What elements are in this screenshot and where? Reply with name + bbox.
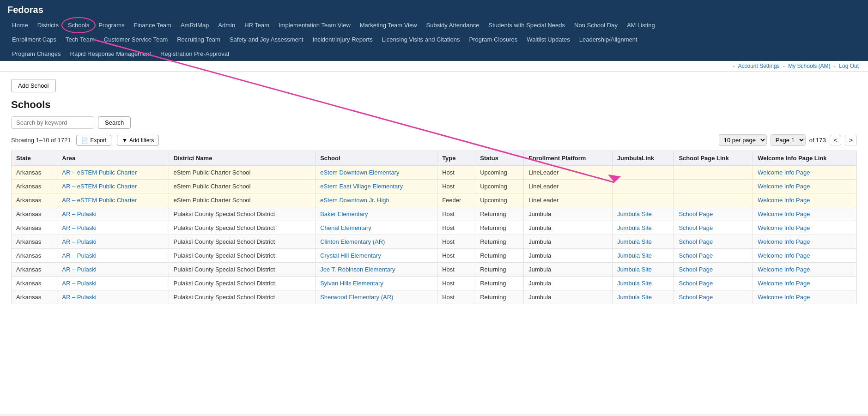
nav-safety-joy[interactable]: Safety and Joy Assessment [225, 33, 308, 46]
area-link[interactable]: AR – Pulaski [62, 224, 96, 231]
nav-subsidy-attendance[interactable]: Subsidy Attendance [422, 19, 484, 31]
export-button[interactable]: 📄 Export [76, 135, 111, 146]
nav-customer-service-team[interactable]: Customer Service Team [99, 33, 172, 46]
cell-state: Arkansas [12, 249, 57, 263]
welcome-info-page-link[interactable]: Welcome Info Page [758, 211, 810, 217]
jumbula-site-link[interactable]: Jumbula Site [617, 211, 652, 217]
search-button[interactable]: Search [98, 116, 131, 129]
welcome-info-page-link[interactable]: Welcome Info Page [758, 183, 810, 190]
add-school-button[interactable]: Add School [11, 79, 56, 92]
my-schools-am-link[interactable]: My Schools (AM) [788, 63, 830, 69]
nav-leadership-alignment[interactable]: Leadership/Alignment [575, 33, 642, 46]
cell-area: AR – eSTEM Public Charter [57, 180, 169, 193]
school-page-link[interactable]: School Page [679, 211, 713, 217]
per-page-select[interactable]: 10 per page 25 per page 50 per page [719, 134, 767, 146]
nav-students-special-needs[interactable]: Students with Special Needs [484, 19, 570, 31]
nav-districts[interactable]: Districts [33, 19, 63, 31]
nav-recruiting-team[interactable]: Recruiting Team [172, 33, 225, 46]
nav-marketing-team-view[interactable]: Marketing Team View [355, 19, 422, 31]
account-settings-link[interactable]: Account Settings [738, 63, 780, 69]
prev-page-button[interactable]: < [830, 135, 842, 145]
nav-home[interactable]: Home [7, 19, 33, 31]
school-page-link[interactable]: School Page [679, 224, 713, 231]
area-link[interactable]: AR – eSTEM Public Charter [62, 183, 137, 190]
cell-status: Upcoming [475, 193, 524, 207]
cell-type: Feeder [437, 193, 475, 207]
search-input[interactable] [11, 116, 94, 129]
school-link[interactable]: eStem Downtown Elementary [320, 169, 399, 176]
col-school-page-link: School Page Link [674, 151, 753, 166]
jumbula-site-link[interactable]: Jumbula Site [617, 224, 652, 231]
nav-program-closures[interactable]: Program Closures [465, 33, 522, 46]
cell-area: AR – Pulaski [57, 290, 169, 304]
area-link[interactable]: AR – Pulaski [62, 280, 96, 287]
school-link[interactable]: eStem East Village Elementary [320, 183, 403, 190]
school-link[interactable]: Clinton Elementary (AR) [320, 238, 385, 245]
jumbula-site-link[interactable]: Jumbula Site [617, 238, 652, 245]
welcome-info-page-link[interactable]: Welcome Info Page [758, 280, 810, 287]
cell-school: eStem Downtown Jr. High [316, 193, 437, 207]
school-link[interactable]: Sylvan Hills Elementary [320, 280, 383, 287]
nav-amrdmap[interactable]: AmRdMap [176, 19, 213, 31]
cell-type: Host [437, 290, 475, 304]
nav-registration-preapproval[interactable]: Registration Pre-Approval [156, 48, 234, 60]
jumbula-site-link[interactable]: Jumbula Site [617, 252, 652, 259]
nav-finance-team[interactable]: Finance Team [129, 19, 176, 31]
cell-type: Host [437, 235, 475, 249]
welcome-info-page-link[interactable]: Welcome Info Page [758, 224, 810, 231]
area-link[interactable]: AR – eSTEM Public Charter [62, 169, 137, 176]
area-link[interactable]: AR – Pulaski [62, 294, 96, 301]
toolbar-left: Showing 1–10 of 1721 📄 Export ▼ Add filt… [11, 135, 159, 146]
nav-tech-team[interactable]: Tech Team [61, 33, 99, 46]
page-select[interactable]: Page 1 Page 2 [771, 134, 806, 146]
jumbula-site-link[interactable]: Jumbula Site [617, 280, 652, 287]
nav-schools[interactable]: Schools [63, 19, 94, 31]
welcome-info-page-link[interactable]: Welcome Info Page [758, 197, 810, 204]
nav-incident-injury[interactable]: Incident/Injury Reports [308, 33, 377, 46]
welcome-info-page-link[interactable]: Welcome Info Page [758, 252, 810, 259]
nav-licensing-visits[interactable]: Licensing Visits and Citations [377, 33, 465, 46]
area-link[interactable]: AR – Pulaski [62, 252, 96, 259]
col-state: State [12, 151, 57, 166]
area-link[interactable]: AR – Pulaski [62, 238, 96, 245]
school-link[interactable]: Joe T. Robinson Elementary [320, 266, 395, 273]
welcome-info-page-link[interactable]: Welcome Info Page [758, 266, 810, 273]
jumbula-site-link[interactable]: Jumbula Site [617, 266, 652, 273]
school-page-link[interactable]: School Page [679, 266, 713, 273]
next-page-button[interactable]: > [845, 135, 857, 145]
col-type: Type [437, 151, 475, 166]
nav-program-changes[interactable]: Program Changes [7, 48, 66, 60]
nav-waitlist-updates[interactable]: Waitlist Updates [522, 33, 574, 46]
school-page-link[interactable]: School Page [679, 294, 713, 301]
nav-implementation-team-view[interactable]: Implementation Team View [274, 19, 355, 31]
cell-area: AR – Pulaski [57, 221, 169, 235]
school-link[interactable]: Sherwood Elementary (AR) [320, 294, 393, 301]
cell-welcome: Welcome Info Page [753, 290, 857, 304]
area-link[interactable]: AR – Pulaski [62, 211, 96, 217]
welcome-info-page-link[interactable]: Welcome Info Page [758, 238, 810, 245]
nav-non-school-day[interactable]: Non School Day [570, 19, 622, 31]
area-link[interactable]: AR – Pulaski [62, 266, 96, 273]
school-link[interactable]: Chenal Elementary [320, 224, 371, 231]
cell-jumbula: Jumbula Site [612, 235, 674, 249]
nav-admin[interactable]: Admin [213, 19, 240, 31]
school-page-link[interactable]: School Page [679, 238, 713, 245]
area-link[interactable]: AR – eSTEM Public Charter [62, 197, 137, 204]
nav-rapid-response[interactable]: Rapid Response Management [66, 48, 156, 60]
nav-programs[interactable]: Programs [94, 19, 129, 31]
log-out-link[interactable]: Log Out [839, 63, 859, 69]
nav-hr-team[interactable]: HR Team [240, 19, 274, 31]
nav-am-listing[interactable]: AM Listing [622, 19, 660, 31]
nav-enrollment-caps[interactable]: Enrollment Caps [7, 33, 61, 46]
school-link[interactable]: eStem Downtown Jr. High [320, 197, 389, 204]
welcome-info-page-link[interactable]: Welcome Info Page [758, 294, 810, 301]
jumbula-site-link[interactable]: Jumbula Site [617, 294, 652, 301]
school-page-link[interactable]: School Page [679, 252, 713, 259]
of-pages-label: of 173 [809, 137, 826, 144]
welcome-info-page-link[interactable]: Welcome Info Page [758, 169, 810, 176]
school-page-link[interactable]: School Page [679, 280, 713, 287]
cell-district: Pulaksi County Special School District [169, 290, 316, 304]
school-link[interactable]: Crystal Hill Elementary [320, 252, 381, 259]
add-filters-button[interactable]: ▼ Add filters [117, 135, 159, 146]
school-link[interactable]: Baker Elementary [320, 211, 368, 217]
